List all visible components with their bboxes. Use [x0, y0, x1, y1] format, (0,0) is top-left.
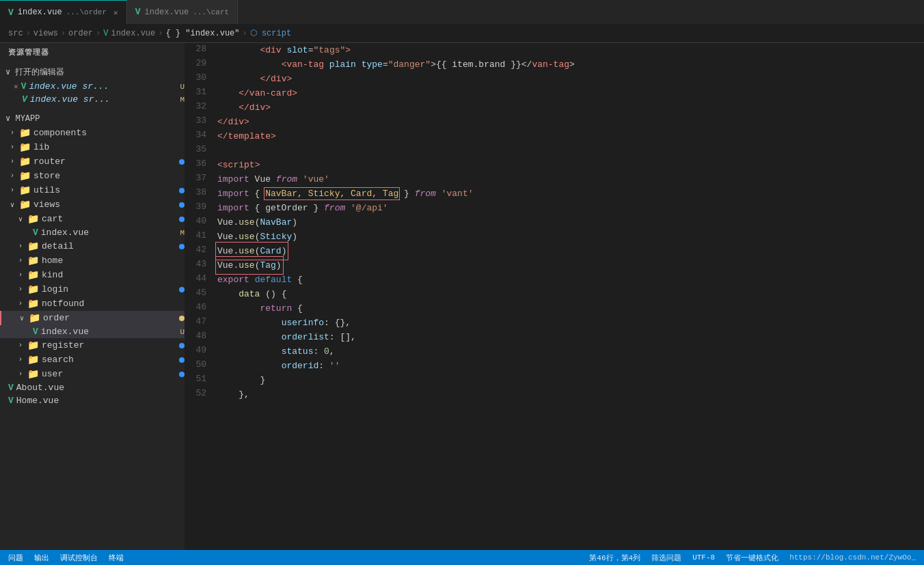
badge-search: [179, 357, 185, 363]
tab-label-2: index.vue: [144, 8, 189, 17]
sidebar-item-order-index[interactable]: V index.vue U: [0, 325, 185, 338]
sidebar-item-views[interactable]: ∨ 📁 views: [0, 197, 185, 212]
code-line-51: 51 }: [185, 373, 924, 387]
vue-icon-file-2: V: [22, 94, 27, 105]
open-editors-title[interactable]: ∨ 打开的编辑器: [0, 64, 185, 80]
code-editor[interactable]: 28 <div slot="tags"> 29 <van-tag plain t…: [185, 43, 924, 550]
line-num-52: 52: [185, 387, 217, 402]
sidebar-item-kind[interactable]: › 📁 kind: [0, 268, 185, 282]
code-line-29: 29 <van-tag plain type="danger">{{ item.…: [185, 57, 924, 72]
open-file-1[interactable]: ✕ V index.vue sr... U: [0, 80, 185, 93]
breadcrumb-order: order: [68, 29, 93, 38]
badge-register: [179, 343, 185, 348]
line-num-30: 30: [185, 72, 217, 86]
open-file-label-2: index.vue sr...: [30, 94, 175, 105]
sidebar-item-lib[interactable]: › 📁 lib: [0, 140, 185, 154]
breadcrumb-sep-1: ›: [26, 29, 31, 38]
detail-label: detail: [42, 241, 174, 251]
kind-label: kind: [42, 270, 185, 280]
vue-icon-home: V: [8, 396, 14, 406]
line-content-41: Vue.use(Sticky): [217, 230, 924, 244]
open-file-2[interactable]: V index.vue sr... M: [0, 93, 185, 106]
open-editors-section: ∨ 打开的编辑器 ✕ V index.vue sr... U V index.v…: [0, 61, 185, 109]
status-terminal[interactable]: 终端: [109, 553, 124, 563]
arrow-icon-lib: ›: [8, 143, 16, 151]
folder-icon-router: 📁: [19, 156, 31, 167]
notfound-label: notfound: [42, 299, 185, 309]
vue-icon-2: V: [135, 7, 141, 17]
status-url: https://blog.csdn.net/ZywOo_: [789, 553, 916, 562]
status-bar-right: 第46行，第4列 筛选问题 UTF-8 节省一键格式化 https://blog…: [589, 553, 916, 563]
line-content-30: </div>: [217, 72, 924, 86]
sidebar-item-home-vue[interactable]: V Home.vue: [0, 394, 185, 407]
code-line-52: 52 },: [185, 387, 924, 402]
sidebar-item-search[interactable]: › 📁 search: [0, 353, 185, 367]
line-content-31: </van-card>: [217, 86, 924, 100]
sidebar: 资源管理器 ∨ 打开的编辑器 ✕ V index.vue sr... U V i…: [0, 43, 185, 550]
sidebar-item-user[interactable]: › 📁 user: [0, 367, 185, 381]
sidebar-item-login[interactable]: › 📁 login: [0, 282, 185, 297]
line-content-39: import { getOrder } from '@/api': [217, 201, 924, 215]
tab-order-index[interactable]: V index.vue ...\order ✕: [0, 0, 127, 24]
line-content-28: <div slot="tags">: [217, 43, 924, 57]
breadcrumb-sep-4: ›: [158, 29, 163, 38]
status-position: 第46行，第4列: [589, 553, 640, 563]
sidebar-item-home[interactable]: › 📁 home: [0, 253, 185, 268]
tab-close-1[interactable]: ✕: [113, 8, 118, 17]
sidebar-item-cart[interactable]: ∨ 📁 cart: [0, 212, 185, 226]
sidebar-item-notfound[interactable]: › 📁 notfound: [0, 297, 185, 311]
arrow-icon-kind: ›: [16, 271, 25, 279]
sidebar-item-order[interactable]: ∨ 📁 order: [0, 311, 185, 325]
vue-icon-cart-index: V: [33, 228, 38, 238]
code-line-38: 38 import { NavBar, Sticky, Card, Tag } …: [185, 187, 924, 201]
myapp-title[interactable]: ∨ MYAPP: [0, 111, 185, 126]
line-num-44: 44: [185, 273, 217, 287]
line-num-37: 37: [185, 172, 217, 187]
code-line-43: 43 Vue.use(Tag): [185, 258, 924, 273]
sidebar-item-store[interactable]: › 📁 store: [0, 169, 185, 183]
cart-index-modified: M: [180, 229, 185, 237]
sidebar-item-components[interactable]: › 📁 components: [0, 126, 185, 140]
tab-path-2: ...\cart: [193, 8, 229, 16]
line-content-44: export default {: [217, 273, 924, 287]
status-debug[interactable]: 调试控制台: [60, 553, 98, 563]
folder-icon-notfound: 📁: [27, 298, 39, 309]
breadcrumb-sep-5: ›: [243, 29, 247, 38]
folder-icon-kind: 📁: [27, 269, 39, 281]
search-label: search: [42, 355, 174, 365]
status-output[interactable]: 输出: [34, 553, 49, 563]
views-label: views: [33, 199, 174, 210]
utils-label: utils: [33, 185, 174, 195]
breadcrumb-brace: { } "index.vue": [165, 29, 239, 38]
code-line-44: 44 export default {: [185, 273, 924, 287]
sidebar-item-detail[interactable]: › 📁 detail: [0, 239, 185, 253]
modified-badge-2: M: [180, 96, 185, 104]
sidebar-item-utils[interactable]: › 📁 utils: [0, 183, 185, 197]
sidebar-item-register[interactable]: › 📁 register: [0, 338, 185, 353]
sidebar-item-router[interactable]: › 📁 router: [0, 154, 185, 169]
register-label: register: [42, 340, 174, 350]
line-num-34: 34: [185, 129, 217, 143]
line-content-32: </div>: [217, 100, 924, 115]
line-num-28: 28: [185, 43, 217, 57]
line-num-43: 43: [185, 258, 217, 273]
code-line-31: 31 </van-card>: [185, 86, 924, 100]
user-label: user: [42, 369, 174, 379]
tab-cart-index[interactable]: V index.vue ...\cart: [127, 0, 238, 24]
folder-icon-views: 📁: [19, 199, 31, 210]
line-num-42: 42: [185, 244, 217, 258]
sidebar-item-cart-index[interactable]: V index.vue M: [0, 226, 185, 239]
sidebar-item-about[interactable]: V About.vue: [0, 381, 185, 394]
sidebar-header: 资源管理器: [0, 43, 185, 61]
folder-icon-order: 📁: [29, 312, 40, 324]
status-problems[interactable]: 问题: [8, 553, 23, 563]
line-content-47: userinfo: {},: [217, 316, 924, 330]
vue-icon-file-1: V: [21, 81, 27, 92]
vue-icon-order-index: V: [33, 327, 38, 337]
arrow-icon-components: ›: [8, 129, 16, 137]
line-content-46: return {: [217, 301, 924, 316]
close-icon-1[interactable]: ✕: [14, 82, 18, 91]
lib-label: lib: [33, 142, 185, 152]
code-area: 28 <div slot="tags"> 29 <van-tag plain t…: [185, 43, 924, 415]
breadcrumb-sep-2: ›: [61, 29, 66, 38]
